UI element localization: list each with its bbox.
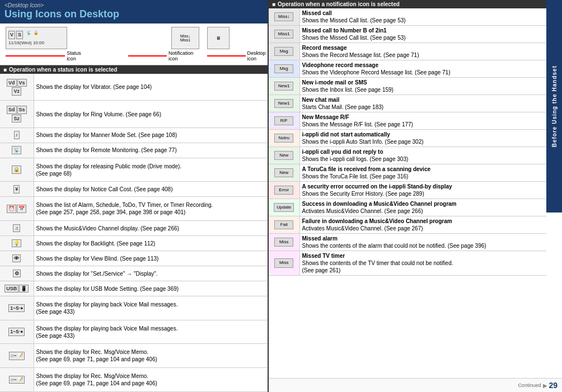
notif-icon-cell: Fail bbox=[269, 216, 299, 234]
notif-row-content: A ToruCa file is received from a scannin… bbox=[299, 164, 546, 182]
status-row-text: Shows the display for USB Mode Setting. … bbox=[34, 281, 268, 296]
notif-normal-text: Shows the Message R/F list. (See page 17… bbox=[302, 121, 413, 127]
left-column: <Desktop Icon> Using Icons on Desktop VS… bbox=[0, 0, 269, 392]
status-row-text: Shows the display for Rec. Msg/Voice Mem… bbox=[34, 368, 268, 392]
notif-row-content: Failure in downloading a Music&Video Cha… bbox=[299, 216, 546, 234]
notif-row-content: Missed call to Number B of 2in1Shows the… bbox=[299, 26, 546, 43]
notif-row-content: New Message R/FShows the Message R/F lis… bbox=[299, 112, 546, 130]
status-icon-cell: SdSsSz bbox=[2, 106, 31, 122]
icon-demo-area: VS 📡 🔒 11/18(Wed) 10:00 Status icon Miss… bbox=[0, 23, 268, 65]
notif-icon-cell: Notru bbox=[269, 130, 299, 147]
notif-bold-text: i-αppli call you did not reply to bbox=[302, 149, 383, 155]
notif-icon-cell: Miss bbox=[269, 251, 299, 276]
status-row-text: Shows the display for Manner Mode Set. (… bbox=[34, 127, 268, 143]
status-icon-cell: ○~📝 bbox=[2, 376, 31, 384]
status-icon-cell: ♫ bbox=[2, 224, 31, 233]
notif-normal-text: Shows the Inbox list. (See page 159) bbox=[302, 87, 394, 93]
status-table: VdVsVzShows the display for Vibrator. (S… bbox=[0, 74, 268, 392]
notification-icon-sample: Miss↓ Miss1 bbox=[171, 27, 199, 49]
notif-normal-text: Shows the Security Error History. (See p… bbox=[302, 191, 424, 197]
status-icon-label: Status icon bbox=[67, 50, 88, 62]
notif-bold-text: Missed alarm bbox=[302, 235, 338, 242]
notif-normal-text: Shows the ToruCa File list. (See page 31… bbox=[302, 173, 409, 180]
status-row-text: Shows the display for Ring Volume. (See … bbox=[34, 101, 268, 127]
status-row-text: Shows the display for playing back Voice… bbox=[34, 320, 268, 344]
status-icon-cell: ♪ bbox=[2, 131, 31, 139]
continued-label: Continued bbox=[518, 382, 541, 388]
notif-bold-text: Failure in downloading a Music&Video Cha… bbox=[302, 218, 452, 224]
notif-normal-text: Shows the i-αppli call logs. (See page 3… bbox=[302, 156, 409, 162]
notif-normal-text: Starts Chat Mail. (See page 183) bbox=[302, 104, 384, 110]
header-title: Using Icons on Desktop bbox=[4, 8, 263, 20]
notif-bold-text: Record message bbox=[302, 45, 347, 51]
status-section-header: Operation when a status icon is selected bbox=[0, 65, 268, 74]
side-tab: Before Using the Handset bbox=[546, 0, 562, 212]
notif-icon-cell: R/F bbox=[269, 112, 299, 130]
side-tab-label: Before Using the Handset bbox=[551, 65, 558, 147]
status-icon-arrow-line bbox=[6, 55, 65, 56]
notif-icon-cell: New bbox=[269, 164, 299, 182]
notif-bold-text: New chat mail bbox=[302, 97, 340, 103]
status-row-text: Shows the display for "Set./Service" → "… bbox=[34, 266, 268, 281]
status-row-text: Shows the display for releasing Public m… bbox=[34, 158, 268, 182]
notif-icon-cell: Miss bbox=[269, 234, 299, 251]
status-row-text: Shows the Music&Video Channel display. (… bbox=[34, 221, 268, 236]
notif-table: Miss↓Missed callShows the Missed Call li… bbox=[269, 8, 546, 276]
notif-row-content: A security error occurred on the i-αppli… bbox=[299, 182, 546, 199]
notif-icon-label: Notification icon bbox=[168, 50, 199, 62]
notif-bold-text: Missed call to Number B of 2in1 bbox=[302, 27, 387, 34]
status-row-text: Shows the list of Alarm, Schedule, ToDo,… bbox=[34, 197, 268, 221]
notif-row-content: Missed TV timerShows the contents of the… bbox=[299, 251, 546, 276]
notif-bold-text: Videophone record message bbox=[302, 62, 379, 68]
page-number: 29 bbox=[549, 381, 558, 390]
status-icon-cell: ¥ bbox=[2, 185, 31, 193]
status-icon-cell: ⚙ bbox=[2, 270, 31, 278]
notif-normal-text: Shows the contents of the TV timer that … bbox=[302, 260, 453, 273]
notif-normal-text: Activates Music&Video Channel. (See page… bbox=[302, 225, 423, 232]
notif-normal-text: Shows the contents of the alarm that cou… bbox=[302, 243, 486, 249]
notif-row-content: New chat mailStarts Chat Mail. (See page… bbox=[299, 95, 546, 112]
notif-icon-cell: New1 bbox=[269, 95, 299, 112]
notif-bold-text: Missed TV timer bbox=[302, 253, 345, 259]
notif-icon-cell: New bbox=[269, 147, 299, 164]
status-icon-cell: ○~📝 bbox=[2, 352, 31, 360]
notif-icon-cell: Update bbox=[269, 199, 299, 216]
status-row-text: Shows the display for Remote Monitoring.… bbox=[34, 143, 268, 158]
notif-icon-cell: Miss1 bbox=[269, 26, 299, 43]
notif-icon-cell: New1 bbox=[269, 78, 299, 95]
notif-bold-text: Success in downloading a Music&Video Cha… bbox=[302, 201, 457, 207]
page-footer: Continued ▶ 29 bbox=[269, 378, 562, 392]
status-row-text: Shows the display for Vibrator. (See pag… bbox=[34, 74, 268, 101]
status-icon-cell: 💡 bbox=[2, 239, 31, 248]
header-subtitle: <Desktop Icon> bbox=[4, 2, 263, 8]
notif-bold-text: A ToruCa file is received from a scannin… bbox=[302, 166, 431, 172]
notif-row-content: i-αppli call you did not reply toShows t… bbox=[299, 147, 546, 164]
status-icon-cell: 📡 bbox=[2, 146, 31, 154]
desktop-icon-sample: 🖥 bbox=[207, 27, 230, 49]
right-column: Before Using the Handset Operation when … bbox=[269, 0, 562, 392]
notif-row-content: Missed alarmShows the contents of the al… bbox=[299, 234, 546, 251]
notif-row-content: Record messageShows the Record Message l… bbox=[299, 43, 546, 60]
notif-section-header-text: Operation when a notification icon is se… bbox=[278, 1, 400, 7]
status-row-text: Shows the display for Backlight. (See pa… bbox=[34, 236, 268, 251]
notif-icon-cell: Error bbox=[269, 182, 299, 199]
notif-normal-text: Shows the Videophone Record Message list… bbox=[302, 69, 451, 75]
notif-bold-text: i-αppli did not start automatically bbox=[302, 131, 390, 138]
notif-normal-text: Shows the i-αppli Auto Start Info. (See … bbox=[302, 139, 424, 145]
notif-row-content: Missed callShows the Missed Call list. (… bbox=[299, 8, 546, 26]
notif-bold-text: New i-mode mail or SMS bbox=[302, 79, 367, 86]
status-icon-cell: 1~5·● bbox=[2, 304, 31, 313]
status-row-text: Shows the display for Notice Call Cost. … bbox=[34, 182, 268, 197]
notif-row-content: Success in downloading a Music&Video Cha… bbox=[299, 199, 546, 216]
notif-normal-text: Shows the Missed Call list. (See page 53… bbox=[302, 17, 406, 23]
notif-icon-arrow-line bbox=[128, 55, 167, 56]
status-row-text: Shows the display for playing back Voice… bbox=[34, 296, 268, 320]
desktop-icon-arrow-line bbox=[207, 55, 245, 56]
notif-icon-cell: Msg bbox=[269, 60, 299, 78]
status-icon-sample: VS 📡 🔒 11/18(Wed) 10:00 bbox=[6, 27, 67, 49]
notif-icon-cell: Msg bbox=[269, 43, 299, 60]
status-icon-cell: 👁 bbox=[2, 254, 31, 263]
notif-bold-text: Missed call bbox=[302, 10, 332, 16]
notif-normal-text: Activates Music&Video Channel. (See page… bbox=[302, 208, 423, 214]
notif-normal-text: Shows the Missed Call list. (See page 53… bbox=[302, 35, 406, 41]
